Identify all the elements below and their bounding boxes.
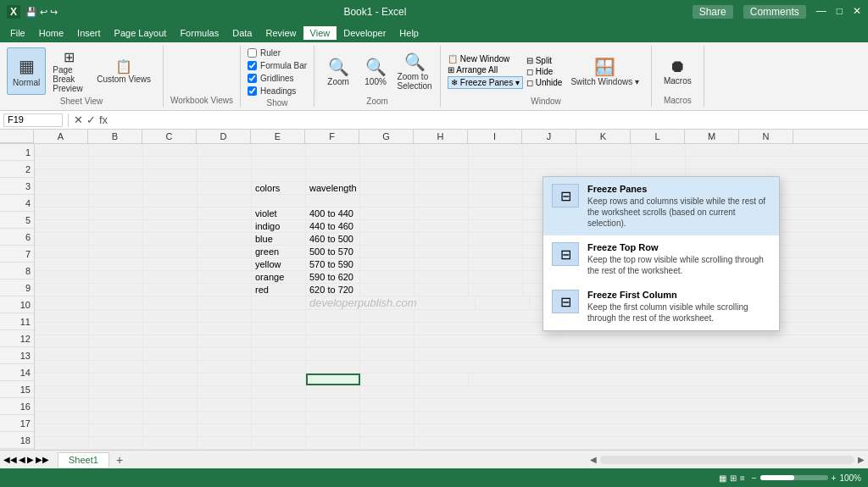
hide-button[interactable]: ◻ Hide (526, 67, 562, 76)
cell-i9[interactable] (469, 246, 523, 257)
share-button[interactable]: Share (693, 5, 733, 19)
cell-c5[interactable] (143, 195, 198, 207)
zoom-in-button[interactable]: + (832, 473, 837, 483)
cell-l2[interactable] (632, 157, 686, 169)
cell-b9[interactable] (89, 246, 143, 257)
cell-d1[interactable] (198, 144, 252, 156)
cell-i1[interactable] (469, 144, 523, 156)
cell-c10[interactable] (143, 258, 198, 270)
cell-g11[interactable] (360, 271, 415, 283)
cell-g10[interactable] (360, 258, 415, 270)
sheet-nav-prev[interactable]: ◀ (19, 455, 25, 464)
cell-j2[interactable] (523, 157, 577, 169)
cell-c13[interactable] (143, 296, 198, 309)
cell-k1[interactable] (577, 144, 632, 156)
switch-windows-button[interactable]: 🪟 Switch Windows ▾ (565, 47, 644, 95)
zoom-100-button[interactable]: 🔍 100% (359, 47, 392, 95)
menu-file[interactable]: File (3, 26, 32, 40)
cell-a10[interactable] (35, 258, 89, 270)
zoom-button[interactable]: 🔍 Zoom (321, 47, 355, 95)
cell-a7[interactable] (35, 220, 89, 232)
cell-h8[interactable] (415, 233, 469, 245)
confirm-formula-icon[interactable]: ✓ (86, 113, 96, 126)
gridlines-checkbox[interactable] (248, 74, 257, 83)
minimize-button[interactable]: — (816, 5, 826, 19)
cell-g2[interactable] (360, 157, 415, 169)
cell-e12[interactable]: red (252, 284, 306, 296)
cell-f3[interactable] (306, 169, 360, 181)
cell-b6[interactable] (89, 208, 143, 219)
freeze-panes-button[interactable]: ❄ Freeze Panes ▾ (448, 76, 523, 89)
cell-f9[interactable]: 500 to 570 (306, 246, 360, 257)
cell-h1[interactable] (415, 144, 469, 156)
cell-a6[interactable] (35, 208, 89, 219)
cell-g9[interactable] (360, 246, 415, 257)
cell-b8[interactable] (89, 233, 143, 245)
cell-a5[interactable] (35, 195, 89, 207)
cell-c12[interactable] (143, 284, 198, 296)
cell-c8[interactable] (143, 233, 198, 245)
cell-e4[interactable]: colors (252, 182, 306, 194)
formula-bar-checkbox[interactable] (248, 61, 257, 70)
cell-b2[interactable] (89, 157, 143, 169)
cell-h2[interactable] (415, 157, 469, 169)
new-window-button[interactable]: 📋 New Window (448, 54, 523, 64)
cell-h11[interactable] (415, 271, 469, 283)
cell-f19[interactable] (306, 374, 360, 385)
cell-c7[interactable] (143, 220, 198, 232)
cell-f2[interactable] (306, 157, 360, 169)
cell-d8[interactable] (198, 233, 252, 245)
cell-h3[interactable] (415, 169, 469, 181)
cell-d12[interactable] (198, 284, 252, 296)
view-page-break-icon[interactable]: ≡ (740, 473, 745, 483)
cell-d11[interactable] (198, 271, 252, 283)
cell-g13[interactable] (476, 296, 530, 309)
cell-g1[interactable] (360, 144, 415, 156)
cell-b3[interactable] (89, 169, 143, 181)
cell-b10[interactable] (89, 258, 143, 270)
cell-b12[interactable] (89, 284, 143, 296)
cell-e7[interactable]: indigo (252, 220, 306, 232)
cell-g12[interactable] (360, 284, 415, 296)
arrange-all-button[interactable]: ⊞ Arrange All (448, 65, 523, 75)
cell-d13[interactable] (198, 296, 252, 309)
cell-g8[interactable] (360, 233, 415, 245)
menu-review[interactable]: Review (259, 26, 303, 40)
cell-b7[interactable] (89, 220, 143, 232)
cell-h10[interactable] (415, 258, 469, 270)
cell-b1[interactable] (89, 144, 143, 156)
cell-a11[interactable] (35, 271, 89, 283)
macros-button[interactable]: ⏺ Macros (659, 47, 697, 94)
sheet-nav-next[interactable]: ▶ (27, 455, 34, 464)
cell-g7[interactable] (360, 220, 415, 232)
scroll-right[interactable]: ▶ (858, 455, 865, 464)
cell-i8[interactable] (469, 233, 523, 245)
split-button[interactable]: ⊟ Split (526, 56, 562, 65)
ruler-checkbox[interactable] (248, 48, 257, 58)
cell-h12[interactable] (415, 284, 469, 296)
cell-h9[interactable] (415, 246, 469, 257)
cell-i4[interactable] (469, 182, 523, 194)
headings-checkbox[interactable] (248, 86, 257, 96)
cancel-formula-icon[interactable]: ✕ (74, 113, 83, 126)
cell-a2[interactable] (35, 157, 89, 169)
cell-f1[interactable] (306, 144, 360, 156)
cell-e1[interactable] (252, 144, 306, 156)
custom-views-button[interactable]: 📋 Custom Views (92, 47, 156, 95)
cell-f8[interactable]: 460 to 500 (306, 233, 360, 245)
comments-button[interactable]: Comments (743, 5, 806, 19)
cell-i6[interactable] (469, 208, 523, 219)
maximize-button[interactable]: □ (837, 5, 843, 19)
zoom-out-button[interactable]: − (752, 473, 757, 483)
ruler-checkbox-row[interactable]: Ruler (248, 47, 307, 58)
cell-h7[interactable] (415, 220, 469, 232)
cell-i11[interactable] (469, 271, 523, 283)
cell-e8[interactable]: blue (252, 233, 306, 245)
cell-c4[interactable] (143, 182, 198, 194)
unhide-button[interactable]: ◻ Unhide (526, 78, 562, 87)
insert-function-icon[interactable]: fx (99, 113, 108, 126)
cell-e11[interactable]: orange (252, 271, 306, 283)
cell-d4[interactable] (198, 182, 252, 194)
formula-bar-checkbox-row[interactable]: Formula Bar (248, 60, 307, 71)
cell-b4[interactable] (89, 182, 143, 194)
